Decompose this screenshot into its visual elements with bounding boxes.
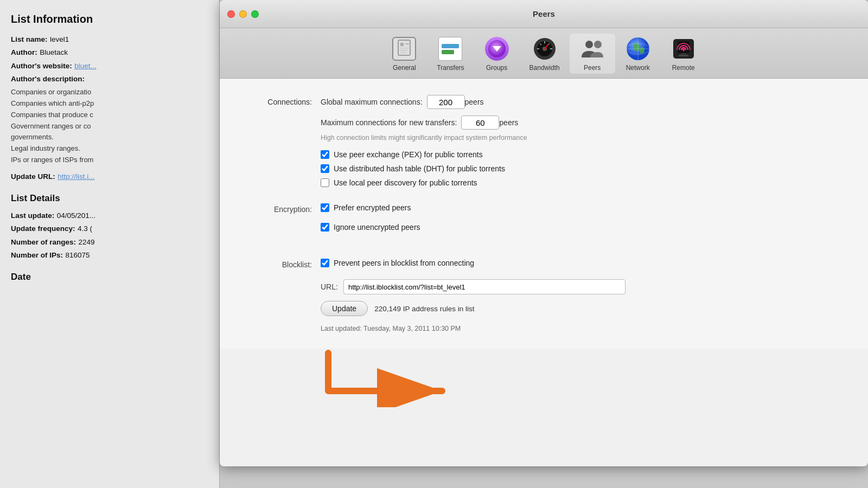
general-icon: [391, 36, 417, 62]
last-updated: Last updated: Tuesday, May 3, 2011 10:30…: [321, 325, 626, 332]
description-text: Companies or organizatio Companies which…: [11, 87, 208, 166]
last-update-row: Last update: 04/05/201...: [11, 209, 208, 222]
toolbar-item-general[interactable]: General: [381, 34, 427, 74]
author-website-row: Author's website: bluet...: [11, 60, 208, 73]
minimize-button[interactable]: [239, 10, 247, 18]
update-row: Update 220,149 IP address rules in list: [321, 301, 626, 316]
num-ips-label: Number of IPs:: [11, 251, 63, 259]
update-button[interactable]: Update: [321, 301, 368, 316]
max-new-conn-row: Maximum connections for new transfers: p…: [247, 115, 841, 130]
pex-checkbox-row: Use peer exchange (PEX) for public torre…: [321, 150, 841, 159]
url-text-label: URL:: [321, 282, 338, 291]
lpd-checkbox-row: Use local peer discovery for public torr…: [321, 178, 841, 187]
close-button[interactable]: [227, 10, 235, 18]
bandwidth-label: Bandwidth: [529, 64, 560, 72]
window-title: Peers: [533, 9, 555, 18]
prefer-enc-row: Prefer encrypted peers: [321, 203, 420, 212]
max-new-label: Maximum connections for new transfers:: [321, 118, 457, 127]
maximize-button[interactable]: [251, 10, 259, 18]
svg-rect-1: [400, 43, 404, 46]
svg-point-18: [594, 41, 602, 48]
toolbar-item-peers[interactable]: Peers: [570, 34, 615, 74]
num-ranges-row: Number of ranges: 2249: [11, 236, 208, 249]
max-new-unit: peers: [499, 118, 518, 127]
num-ranges-value: 2249: [78, 238, 94, 246]
remote-icon: [671, 36, 697, 62]
list-info-title: List Information: [11, 13, 208, 25]
author-row: Author: Bluetack: [11, 46, 208, 59]
update-freq-value: 4.3 (: [78, 224, 92, 233]
toolbar-item-transfers[interactable]: Transfers: [427, 34, 474, 74]
svg-point-20: [633, 43, 640, 52]
toolbar-item-remote[interactable]: Remote: [661, 34, 706, 74]
titlebar: Peers: [220, 0, 868, 28]
preferences-window: Peers: [220, 0, 868, 466]
dht-checkbox[interactable]: [321, 164, 329, 173]
prevent-peers-checkbox[interactable]: [321, 259, 329, 267]
url-row: URL:: [321, 279, 626, 294]
pex-label: Use peer exchange (PEX) for public torre…: [334, 150, 483, 159]
connections-section: Connections: Global maximum connections:…: [247, 95, 841, 130]
ignore-unenc-label: Ignore unencrypted peers: [334, 223, 420, 232]
num-ips-row: Number of IPs: 816075: [11, 249, 208, 262]
toolbar-item-network[interactable]: Network: [615, 34, 661, 74]
connections-label: Connections:: [247, 98, 312, 106]
ignore-unenc-row: Ignore unencrypted peers: [321, 223, 420, 232]
global-max-unit: peers: [465, 98, 484, 106]
update-freq-row: Update frequency: 4.3 (: [11, 222, 208, 235]
lpd-checkbox[interactable]: [321, 178, 329, 187]
author-value: Bluetack: [40, 48, 68, 56]
prevent-peers-label: Prevent peers in blocklist from connecti…: [334, 259, 474, 267]
svg-point-21: [639, 47, 644, 54]
groups-icon: [484, 36, 510, 62]
list-name-label: List name:: [11, 35, 48, 43]
window-controls: [227, 10, 259, 18]
arrow-annotation: [317, 342, 469, 409]
transfers-icon: [437, 36, 463, 62]
encryption-section: Encryption: Prefer encrypted peers Ignor…: [247, 203, 841, 237]
num-ranges-label: Number of ranges:: [11, 238, 76, 246]
left-panel: List Information List name: level1 Autho…: [0, 0, 220, 488]
global-max-input[interactable]: [427, 95, 465, 109]
list-name-value: level1: [50, 35, 69, 43]
lpd-label: Use local peer discovery for public torr…: [334, 178, 477, 187]
author-website-value[interactable]: bluet...: [74, 62, 97, 70]
date-title: Date: [11, 272, 208, 282]
network-label: Network: [626, 64, 650, 72]
num-ips-value: 816075: [65, 251, 90, 259]
list-details-title: List Details: [11, 193, 208, 204]
svg-rect-29: [679, 55, 688, 56]
right-panel: Peers: [220, 0, 868, 488]
blocklist-url-input[interactable]: [343, 279, 626, 294]
update-url-label: Update URL:: [11, 172, 55, 181]
update-info: 220,149 IP address rules in list: [374, 305, 474, 313]
toolbar-item-groups[interactable]: Groups: [474, 34, 520, 74]
performance-warning: High connection limits might significant…: [321, 134, 841, 142]
blocklist-label: Blocklist:: [247, 260, 312, 269]
blocklist-section: Blocklist: Prevent peers in blocklist fr…: [247, 259, 841, 332]
network-icon: [625, 36, 651, 62]
global-max-row: Connections: Global maximum connections:…: [247, 95, 841, 109]
remote-label: Remote: [672, 64, 695, 72]
ignore-unenc-checkbox[interactable]: [321, 223, 329, 232]
author-label: Author:: [11, 48, 37, 56]
dht-label: Use distributed hash table (DHT) for pub…: [334, 164, 505, 173]
svg-point-27: [682, 49, 685, 51]
peers-icon: [579, 36, 605, 62]
toolbar: General Transfers: [220, 28, 868, 79]
svg-rect-0: [398, 40, 410, 55]
update-url-value[interactable]: http://list.i...: [58, 172, 94, 181]
max-new-input[interactable]: [461, 115, 499, 130]
blocklist-content: Prevent peers in blocklist from connecti…: [321, 259, 626, 332]
dht-checkbox-row: Use distributed hash table (DHT) for pub…: [321, 164, 841, 173]
prefer-enc-checkbox[interactable]: [321, 203, 329, 212]
groups-label: Groups: [486, 64, 507, 72]
toolbar-item-bandwidth[interactable]: Bandwidth: [520, 34, 570, 74]
date-section: Date: [11, 272, 208, 282]
global-max-label: Global maximum connections:: [321, 98, 423, 106]
pex-checkbox[interactable]: [321, 150, 329, 159]
author-website-label: Author's website:: [11, 62, 72, 70]
update-url-row: Update URL: http://list.i...: [11, 170, 208, 183]
encryption-checkboxes: Prefer encrypted peers Ignore unencrypte…: [321, 203, 420, 237]
prevent-peers-row: Prevent peers in blocklist from connecti…: [321, 259, 626, 267]
